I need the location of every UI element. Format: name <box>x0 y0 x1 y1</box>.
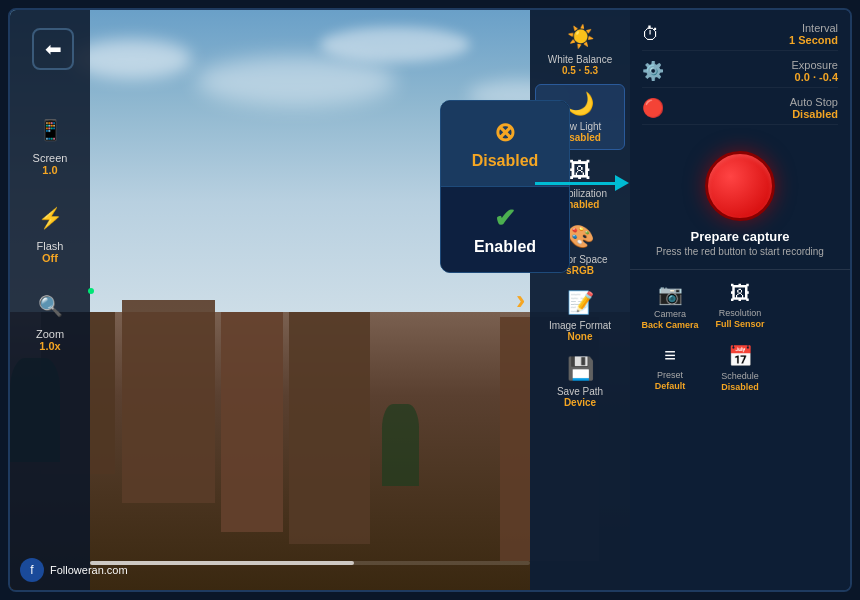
screen-label: Screen <box>33 152 68 164</box>
back-button[interactable]: ⬅ <box>32 28 74 70</box>
chevron-right-icon: › <box>516 284 525 316</box>
record-button[interactable] <box>705 151 775 221</box>
save-path-item[interactable]: 💾 Save Path Device <box>535 350 625 414</box>
white-balance-icon: ☀️ <box>567 24 594 50</box>
popup-disabled-label: Disabled <box>472 152 539 170</box>
screen-icon: 📱 <box>32 112 68 148</box>
auto-stop-label: Auto Stop <box>790 96 838 108</box>
schedule-grid-value: Disabled <box>721 382 759 392</box>
image-format-label: Image Format <box>549 320 611 331</box>
camera-grid-value: Back Camera <box>641 320 698 330</box>
resolution-icon: 🖼 <box>730 282 750 305</box>
image-format-value: None <box>568 331 593 342</box>
popup-enabled-option[interactable]: ✔ Enabled <box>441 187 569 272</box>
grid-spacer <box>776 276 777 336</box>
check-icon: ✔ <box>494 203 516 234</box>
preset-grid-label: Preset <box>657 370 683 381</box>
auto-stop-icon: 🔴 <box>642 97 664 119</box>
grid-schedule[interactable]: 📅 Schedule Disabled <box>706 338 774 398</box>
save-path-label: Save Path <box>557 386 603 397</box>
record-sublabel: Press the red button to start recording <box>656 246 824 257</box>
interval-label: Interval <box>802 22 838 34</box>
save-path-icon: 💾 <box>567 356 594 382</box>
exposure-icon: ⚙️ <box>642 60 664 82</box>
arrow-pointer <box>535 175 629 191</box>
zoom-value: 1.0x <box>39 340 60 352</box>
camera-grid-label: Camera <box>654 309 686 320</box>
image-format-item[interactable]: 📝 Image Format None <box>535 284 625 348</box>
watermark: f Followeran.com <box>20 558 128 582</box>
resolution-grid-value: Full Sensor <box>715 319 764 329</box>
right-grid: 📷 Camera Back Camera 🖼 Resolution Full S… <box>630 272 850 402</box>
x-icon: ⊗ <box>494 117 516 148</box>
exposure-row[interactable]: ⚙️ Exposure 0.0 · -0.4 <box>642 55 838 88</box>
schedule-grid-label: Schedule <box>721 371 759 382</box>
arrow-head <box>615 175 629 191</box>
grid-camera[interactable]: 📷 Camera Back Camera <box>636 276 704 336</box>
zoom-icon: 🔍 <box>32 288 68 324</box>
sidebar-item-zoom[interactable]: 🔍 Zoom 1.0x <box>15 276 85 364</box>
divider <box>630 269 850 270</box>
preset-icon: ≡ <box>664 344 676 367</box>
schedule-icon: 📅 <box>728 344 753 368</box>
image-format-icon: 📝 <box>567 290 594 316</box>
arrow-line <box>535 182 615 185</box>
flash-label: Flash <box>37 240 64 252</box>
record-area: Prepare capture Press the red button to … <box>630 133 850 267</box>
preset-grid-value: Default <box>655 381 686 391</box>
flash-value: Off <box>42 252 58 264</box>
color-space-icon: 🎨 <box>567 224 594 250</box>
grid-resolution[interactable]: 🖼 Resolution Full Sensor <box>706 276 774 336</box>
auto-stop-row[interactable]: 🔴 Auto Stop Disabled <box>642 92 838 125</box>
zoom-label: Zoom <box>36 328 64 340</box>
left-sidebar: ⬅ 📱 Screen 1.0 ⚡ Flash Off 🔍 Zoom 1.0x <box>10 10 90 590</box>
middle-overlay-panel: ☀️ White Balance 0.5 · 5.3 🌙 Low Light D… <box>530 10 630 590</box>
white-balance-label: White Balance <box>548 54 612 65</box>
right-panel: ⏱ Interval 1 Second ⚙️ Exposure 0.0 · -0… <box>630 10 850 590</box>
sidebar-item-screen[interactable]: 📱 Screen 1.0 <box>15 100 85 188</box>
popup-enabled-label: Enabled <box>474 238 536 256</box>
save-path-value: Device <box>564 397 596 408</box>
low-light-icon: 🌙 <box>567 91 594 117</box>
right-top-controls: ⏱ Interval 1 Second ⚙️ Exposure 0.0 · -0… <box>630 10 850 133</box>
auto-stop-value: Disabled <box>792 108 838 120</box>
color-space-value: sRGB <box>566 265 594 276</box>
screen-value: 1.0 <box>42 164 57 176</box>
grid-preset[interactable]: ≡ Preset Default <box>636 338 704 398</box>
resolution-grid-label: Resolution <box>719 308 762 319</box>
watermark-icon: f <box>20 558 44 582</box>
record-label: Prepare capture <box>691 229 790 244</box>
progress-bar-container <box>90 561 530 565</box>
sidebar-item-flash[interactable]: ⚡ Flash Off <box>15 188 85 276</box>
interval-icon: ⏱ <box>642 24 660 45</box>
exposure-value: 0.0 · -0.4 <box>795 71 838 83</box>
flash-icon: ⚡ <box>32 200 68 236</box>
white-balance-item[interactable]: ☀️ White Balance 0.5 · 5.3 <box>535 18 625 82</box>
watermark-text: Followeran.com <box>50 564 128 576</box>
white-balance-value: 0.5 · 5.3 <box>562 65 598 76</box>
interval-value: 1 Second <box>789 34 838 46</box>
exposure-label: Exposure <box>792 59 838 71</box>
progress-bar-fill <box>90 561 354 565</box>
camera-icon: 📷 <box>658 282 683 306</box>
interval-row[interactable]: ⏱ Interval 1 Second <box>642 18 838 51</box>
